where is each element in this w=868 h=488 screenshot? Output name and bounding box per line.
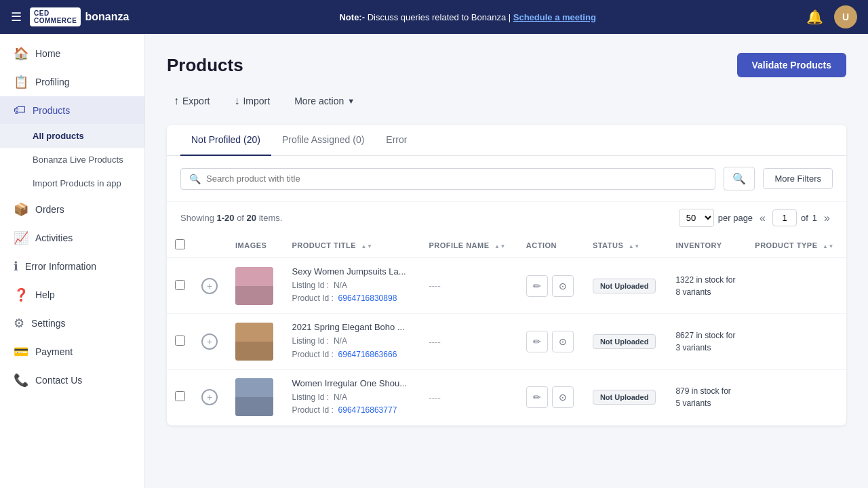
export-icon: ↑ [174, 95, 179, 107]
import-button[interactable]: ↓ Import [227, 91, 277, 111]
export-label: Export [182, 96, 210, 106]
last-page-button[interactable]: » [821, 211, 833, 226]
sidebar-item-payment[interactable]: 💳 Payment [0, 338, 144, 366]
sidebar-item-contact-us[interactable]: 📞 Contact Us [0, 366, 144, 394]
sort-arrows-profile: ▲▼ [494, 244, 506, 249]
status-badge-1: Not Uploaded [593, 334, 656, 349]
validate-products-button[interactable]: Validate Products [737, 53, 846, 77]
contact-icon: 📞 [14, 373, 28, 388]
settings-icon: ⚙ [14, 316, 24, 331]
sidebar-label-error-information: Error Information [25, 261, 96, 272]
col-status[interactable]: STATUS ▲▼ [585, 232, 668, 258]
sidebar-item-activities[interactable]: 📈 Activities [0, 224, 144, 252]
settings-button-1[interactable]: ⊙ [552, 331, 574, 352]
search-box: 🔍 [180, 168, 715, 190]
product-image-0 [235, 267, 273, 305]
col-checkbox [167, 232, 193, 258]
edit-button-0[interactable]: ✏ [526, 275, 548, 297]
tab-not-profiled[interactable]: Not Profiled (20) [180, 125, 271, 156]
product-meta-1: Listing Id : N/A Product Id : 6964716863… [292, 335, 413, 361]
add-circle-icon-2[interactable]: + [201, 389, 218, 405]
sidebar-item-home[interactable]: 🏠 Home [0, 39, 144, 68]
import-label: Import [243, 96, 270, 106]
sidebar-subitem-import-products[interactable]: Import Products in app [0, 171, 144, 195]
logo: CEDCOMMERCE bonanza [30, 7, 129, 26]
row-product-type-cell [747, 369, 846, 425]
edit-button-2[interactable]: ✏ [526, 386, 548, 408]
row-inventory-cell: 1322 in stock for8 variants [667, 258, 747, 314]
navbar-notice: Note:- Discuss queries related to Bonanz… [129, 12, 806, 22]
sidebar-item-orders[interactable]: 📦 Orders [0, 195, 144, 224]
products-table: IMAGES PRODUCT TITLE ▲▼ PROFILE NAME ▲▼ [167, 232, 846, 426]
profile-name-1: ---- [429, 337, 440, 347]
bell-icon[interactable]: 🔔 [806, 9, 823, 25]
settings-button-2[interactable]: ⊙ [552, 386, 574, 408]
col-product-type[interactable]: PRODUCT TYPE ▲▼ [747, 232, 846, 258]
sidebar-item-settings[interactable]: ⚙ Settings [0, 309, 144, 338]
row-profile-name-cell: ---- [420, 369, 517, 425]
sidebar-subitem-bonanza-live[interactable]: Bonanza Live Products [0, 148, 144, 171]
notice-prefix: Note:- [339, 12, 367, 22]
row-checkbox-cell [167, 314, 193, 369]
sidebar-subitem-all-products[interactable]: All products [0, 124, 144, 148]
row-checkbox-1[interactable] [175, 336, 185, 346]
product-meta-2: Listing Id : N/A Product Id : 6964716863… [292, 391, 413, 417]
search-row: 🔍 🔍 More Filters [167, 156, 846, 202]
row-checkbox-cell [167, 258, 193, 314]
add-circle-icon-1[interactable]: + [201, 333, 218, 350]
col-product-title[interactable]: PRODUCT TITLE ▲▼ [284, 232, 421, 258]
more-action-button[interactable]: More action ▼ [288, 92, 361, 110]
edit-button-1[interactable]: ✏ [526, 331, 548, 352]
product-id-val-1[interactable]: 6964716863666 [338, 350, 397, 359]
product-id-val-2[interactable]: 6964716863777 [338, 405, 397, 415]
per-page-select[interactable]: 10 25 50 100 [679, 209, 714, 227]
sidebar-item-help[interactable]: ❓ Help [0, 281, 144, 309]
more-filters-button[interactable]: More Filters [763, 168, 833, 189]
inventory-text-0: 1322 in stock for8 variants [675, 274, 738, 298]
logo-text: CEDCOMMERCE [34, 9, 77, 24]
product-meta-0: Listing Id : N/A Product Id : 6964716830… [292, 279, 413, 305]
row-inventory-cell: 879 in stock for5 variants [667, 369, 747, 425]
top-navbar: ☰ CEDCOMMERCE bonanza Note:- Discuss que… [0, 0, 868, 34]
row-checkbox-2[interactable] [175, 391, 185, 401]
page-number-input[interactable] [772, 209, 797, 226]
col-profile-name[interactable]: PROFILE NAME ▲▼ [420, 232, 517, 258]
sidebar-label-payment: Payment [35, 346, 73, 357]
product-title-0: Sexy Women Jumpsuits La... [292, 266, 413, 277]
product-title-1: 2021 Spring Elegant Boho ... [292, 322, 413, 332]
listing-id-val-2: N/A [334, 392, 347, 402]
row-action-cell: ✏ ⊙ [518, 369, 585, 425]
sidebar-item-products[interactable]: 🏷 Products [0, 96, 144, 124]
activities-icon: 📈 [14, 230, 28, 245]
select-all-checkbox[interactable] [175, 239, 185, 249]
sort-arrows-status: ▲▼ [629, 244, 640, 249]
sidebar-sublabel-all-products: All products [33, 131, 84, 141]
row-product-title-cell: Sexy Women Jumpsuits La... Listing Id : … [284, 258, 421, 314]
total-pages: 1 [812, 213, 817, 223]
row-checkbox-0[interactable] [175, 280, 185, 290]
products-card: Not Profiled (20) Profile Assigned (0) E… [167, 125, 846, 426]
product-id-val-0[interactable]: 6964716830898 [338, 293, 397, 303]
main-content: Products Validate Products ↑ Export ↓ Im… [145, 34, 868, 488]
tabs-container: Not Profiled (20) Profile Assigned (0) E… [167, 125, 846, 156]
first-page-button[interactable]: « [757, 211, 768, 226]
row-product-type-cell [747, 314, 846, 369]
table-row: + 2021 Spring Elegant Boho ... Listing I… [167, 314, 846, 369]
add-circle-icon-0[interactable]: + [201, 278, 218, 294]
search-input[interactable] [206, 174, 707, 184]
row-action-cell: ✏ ⊙ [518, 314, 585, 369]
logo-bonanza: bonanza [85, 11, 129, 23]
search-button[interactable]: 🔍 [724, 167, 755, 190]
hamburger-icon[interactable]: ☰ [11, 9, 22, 24]
settings-button-0[interactable]: ⊙ [552, 275, 574, 297]
schedule-link[interactable]: Schedule a meeting [513, 12, 596, 22]
sort-arrows-type: ▲▼ [823, 244, 834, 249]
sidebar-item-error-information[interactable]: ℹ Error Information [0, 252, 144, 281]
avatar: U [834, 5, 857, 28]
sidebar-item-profiling[interactable]: 📋 Profiling [0, 68, 144, 96]
tab-profile-assigned[interactable]: Profile Assigned (0) [271, 125, 375, 156]
tab-error[interactable]: Error [375, 125, 418, 156]
row-checkbox-cell [167, 369, 193, 425]
products-icon: 🏷 [14, 103, 26, 117]
export-button[interactable]: ↑ Export [167, 91, 216, 111]
